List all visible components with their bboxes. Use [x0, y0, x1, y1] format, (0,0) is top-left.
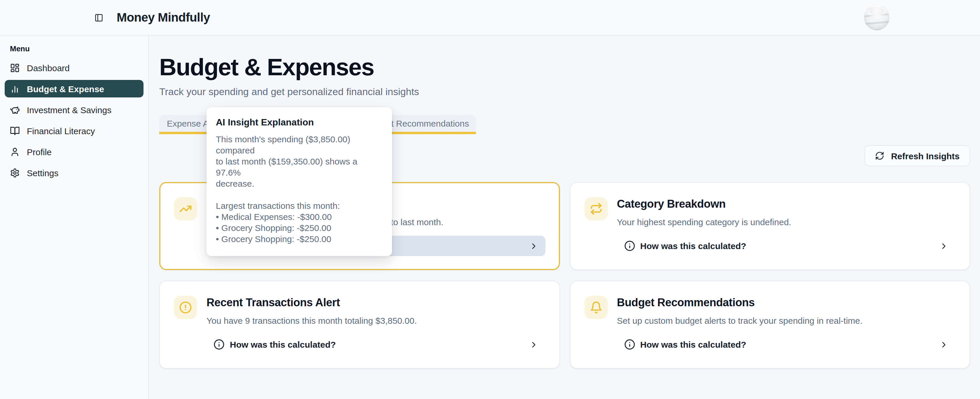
sidebar-item-profile[interactable]: Profile [5, 143, 143, 161]
chevron-right-icon [939, 340, 948, 349]
popover-body: This month's spending ($3,850.00) compar… [216, 134, 383, 245]
popover-title: AI Insight Explanation [216, 117, 383, 128]
how-calculated-label: How was this calculated? [640, 241, 746, 251]
chevron-right-icon [529, 340, 538, 349]
ai-insight-popover: AI Insight Explanation This month's spen… [207, 107, 392, 256]
sidebar-toggle-button[interactable] [92, 11, 106, 24]
sidebar-item-dashboard[interactable]: Dashboard [5, 59, 143, 76]
sidebar-item-label: Settings [27, 168, 58, 178]
sidebar-item-label: Dashboard [27, 63, 70, 73]
app-window: Money Mindfully Menu Dashboard Budget & … [0, 0, 980, 399]
card-title: Category Breakdown [617, 197, 956, 211]
how-calculated-label: How was this calculated? [230, 340, 336, 350]
user-icon [10, 147, 20, 157]
card-description: You have 9 transactions this month total… [207, 315, 545, 327]
how-calculated-row[interactable]: How was this calculated? [617, 236, 956, 256]
sidebar-item-budget-expense[interactable]: Budget & Expense [5, 80, 143, 97]
chevron-right-icon [939, 241, 948, 251]
avatar[interactable] [864, 5, 889, 30]
book-open-icon [10, 126, 20, 136]
app-title: Money Mindfully [117, 11, 210, 24]
card-description: Your highest spending category is undefi… [617, 216, 956, 228]
card-title: Budget Recommendations [617, 296, 956, 310]
sidebar-item-label: Financial Literacy [27, 126, 95, 136]
card-description: to last month. [391, 216, 545, 228]
refresh-insights-button[interactable]: Refresh Insights [865, 145, 970, 166]
sidebar-nav: Dashboard Budget & Expense Investment & … [5, 59, 143, 181]
info-icon [213, 339, 224, 350]
dashboard-icon [10, 63, 20, 73]
category-breakdown-card: Category Breakdown Your highest spending… [570, 182, 970, 270]
sidebar-item-label: Profile [27, 147, 52, 157]
sidebar-item-label: Budget & Expense [27, 84, 104, 94]
refresh-label: Refresh Insights [891, 151, 959, 161]
sidebar-item-investment-savings[interactable]: Investment & Savings [5, 101, 143, 118]
app-header: Money Mindfully [0, 0, 980, 36]
card-description: Set up custom budget alerts to track you… [617, 315, 956, 327]
refresh-icon [875, 151, 885, 161]
repeat-icon [584, 197, 608, 221]
info-icon [624, 240, 635, 251]
bell-icon [584, 296, 608, 319]
page-subtitle: Track your spending and get personalized… [159, 86, 970, 98]
menu-label: Menu [5, 45, 143, 53]
sidebar-item-financial-literacy[interactable]: Financial Literacy [5, 122, 143, 140]
how-calculated-label: How was this calculated? [640, 340, 746, 350]
page-title: Budget & Expenses [159, 53, 970, 81]
sidebar-item-settings[interactable]: Settings [5, 164, 143, 181]
trending-up-icon [174, 197, 197, 221]
sidebar-item-label: Investment & Savings [27, 105, 111, 114]
info-icon [624, 339, 635, 350]
gear-icon [10, 168, 20, 178]
piggy-bank-icon [10, 105, 20, 114]
panel-left-icon [94, 13, 103, 22]
card-title: Recent Transactions Alert [207, 296, 545, 310]
chevron-right-icon [529, 241, 538, 251]
budget-recommendations-card: Budget Recommendations Set up custom bud… [570, 281, 970, 369]
how-calculated-row[interactable]: How was this calculated? [207, 334, 545, 354]
sidebar: Menu Dashboard Budget & Expense [0, 36, 149, 399]
recent-transactions-card: Recent Transactions Alert You have 9 tra… [159, 281, 560, 369]
bar-chart-icon [10, 84, 20, 94]
how-calculated-row[interactable]: How was this calculated? [617, 334, 956, 354]
alert-circle-icon [174, 296, 197, 319]
